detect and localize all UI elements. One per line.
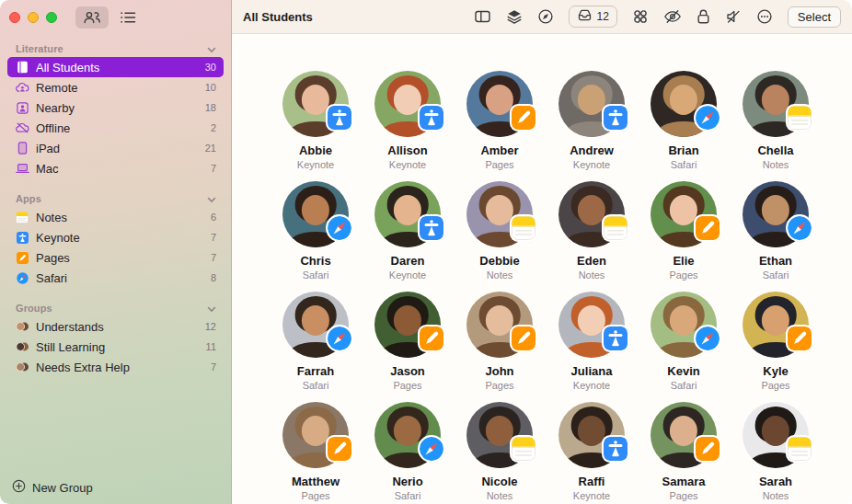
safari-badge-icon — [328, 326, 351, 350]
student-avatar[interactable] — [651, 181, 717, 247]
sidebar-item-label: Still Learning — [36, 340, 105, 354]
sidebar-item-count: 30 — [205, 62, 216, 73]
sidebar-item-nearby[interactable]: Nearby 18 — [7, 97, 224, 118]
student-card: Kyle Pages — [730, 292, 822, 402]
section-header-groups[interactable]: Groups — [7, 300, 224, 316]
minimize-button[interactable] — [28, 12, 39, 23]
student-avatar[interactable] — [282, 292, 349, 358]
student-avatar[interactable] — [466, 402, 533, 468]
new-group-label: New Group — [32, 481, 93, 495]
sidebar-item-remote[interactable]: Remote 10 — [7, 77, 224, 97]
sidebar-item-pages[interactable]: Pages 7 — [7, 247, 224, 268]
sidebar-item-notes[interactable]: Notes 6 — [7, 207, 224, 227]
student-name: Daren — [391, 254, 425, 268]
sidebar-item-label: Safari — [36, 271, 67, 285]
safari-badge-icon — [328, 216, 351, 240]
student-name: Andrew — [570, 143, 614, 157]
student-avatar[interactable] — [743, 71, 809, 137]
student-avatar[interactable] — [743, 402, 809, 468]
sidebar-item-count: 11 — [206, 341, 216, 352]
student-avatar[interactable] — [374, 71, 441, 137]
student-avatar[interactable] — [466, 292, 533, 358]
mac-icon — [15, 162, 29, 176]
student-card: Brian Safari — [638, 71, 730, 181]
student-avatar[interactable] — [651, 402, 717, 468]
sidebar-item-understands[interactable]: Understands 12 — [7, 316, 224, 337]
list-view-button[interactable] — [112, 6, 144, 29]
sidebar-item-all-students[interactable]: All Students 30 — [7, 57, 224, 77]
ellipsis-circle-icon[interactable] — [756, 8, 773, 25]
student-avatar[interactable] — [558, 292, 625, 358]
sidebar-item-offline[interactable]: Offline 2 — [7, 118, 224, 138]
four-circles-icon[interactable] — [632, 8, 649, 25]
student-card: Nerio Safari — [362, 402, 454, 504]
student-app-label: Safari — [395, 490, 421, 501]
safari-badge-icon — [788, 216, 812, 240]
student-avatar[interactable] — [374, 292, 441, 358]
sidebar-toggle-icon[interactable] — [474, 8, 491, 25]
sidebar-item-mac[interactable]: Mac 7 — [7, 158, 224, 178]
sidebar-item-keynote[interactable]: Keynote 7 — [7, 227, 224, 247]
student-name: Raffi — [579, 475, 605, 488]
student-avatar[interactable] — [558, 402, 625, 468]
close-button[interactable] — [9, 12, 20, 23]
section-header-apps[interactable]: Apps — [7, 190, 224, 207]
student-name: Ethan — [759, 254, 792, 268]
student-name: Kevin — [667, 364, 699, 378]
eye-slash-icon[interactable] — [663, 8, 682, 25]
book-icon — [15, 61, 29, 74]
student-avatar[interactable] — [558, 181, 625, 247]
student-avatar[interactable] — [651, 71, 717, 137]
sidebar-item-safari[interactable]: Safari 8 — [7, 268, 224, 288]
screens-count: 12 — [597, 10, 609, 23]
pages-badge-icon — [788, 326, 812, 350]
classroom-window: Literature All Students 30 Remote 1 — [0, 0, 852, 504]
compass-icon[interactable] — [537, 8, 554, 25]
student-name: Jason — [390, 364, 425, 378]
sidebar-item-ipad[interactable]: iPad 21 — [7, 138, 224, 158]
student-avatar[interactable] — [651, 292, 717, 358]
student-avatar[interactable] — [466, 71, 533, 137]
cloud-slash-icon — [15, 121, 29, 135]
student-avatar[interactable] — [558, 71, 625, 137]
sidebar-item-needs-extra-help[interactable]: Needs Extra Help 7 — [7, 357, 224, 377]
people-grid-view-button[interactable] — [75, 6, 109, 29]
student-avatar[interactable] — [282, 71, 349, 137]
student-card: Allison Keynote — [362, 71, 454, 181]
student-name: Matthew — [292, 475, 340, 488]
student-avatar[interactable] — [374, 181, 441, 247]
student-card: Sarah Notes — [730, 402, 822, 504]
new-group-button[interactable]: New Group — [0, 471, 231, 504]
main-area: All Students 12 — [232, 0, 852, 504]
student-app-label: Pages — [393, 380, 421, 391]
notes-badge-icon — [604, 216, 627, 240]
student-avatar[interactable] — [374, 402, 441, 468]
section-label: Literature — [16, 43, 63, 54]
sidebar-item-count: 6 — [211, 212, 216, 223]
select-button[interactable]: Select — [788, 6, 841, 28]
student-avatar[interactable] — [743, 292, 809, 358]
student-avatar[interactable] — [282, 402, 349, 468]
student-app-label: Keynote — [389, 159, 426, 170]
lock-icon[interactable] — [697, 8, 710, 25]
student-name: Allison — [387, 143, 427, 157]
screens-tray-button[interactable]: 12 — [569, 6, 617, 28]
student-avatar[interactable] — [743, 181, 809, 247]
student-app-label: Pages — [761, 380, 789, 391]
cloud-person-icon — [15, 81, 29, 95]
sidebar-item-label: Notes — [36, 211, 67, 224]
section-header-literature[interactable]: Literature — [7, 40, 224, 57]
sidebar-item-still-learning[interactable]: Still Learning 11 — [7, 337, 224, 357]
sidebar-item-label: Remote — [36, 81, 78, 95]
student-app-label: Pages — [669, 490, 697, 501]
student-avatar[interactable] — [282, 181, 349, 247]
notes-app-icon — [15, 211, 29, 224]
zoom-button[interactable] — [46, 12, 57, 23]
layers-icon[interactable] — [506, 8, 523, 25]
pages-badge-icon — [328, 437, 351, 461]
speaker-slash-icon[interactable] — [725, 8, 742, 25]
sidebar-item-count: 7 — [211, 232, 216, 243]
student-avatar[interactable] — [466, 181, 533, 247]
pages-app-icon — [15, 251, 29, 265]
student-app-label: Notes — [487, 269, 513, 281]
